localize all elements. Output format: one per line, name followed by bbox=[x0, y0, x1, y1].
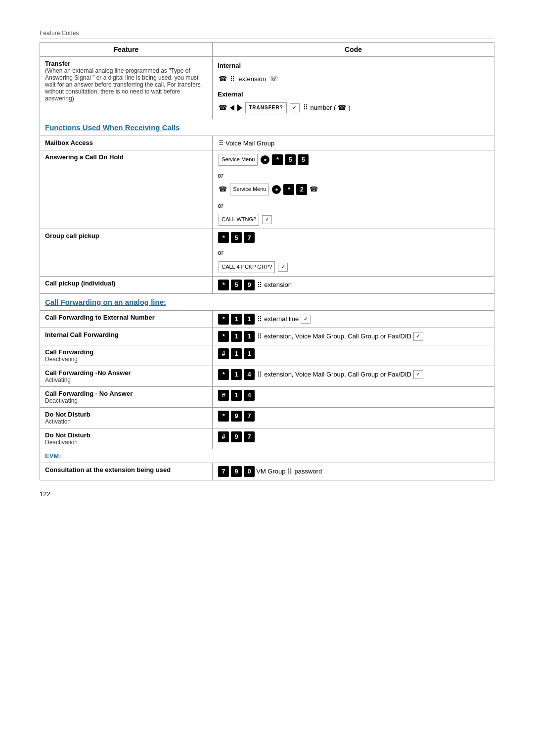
code-group-pickup: * 5 7 or CALL 4 PCKP GRP? ✓ bbox=[213, 229, 494, 276]
grid-icon2: ⠿ bbox=[303, 101, 308, 114]
phone-icon4: ☎ bbox=[219, 183, 227, 195]
key-1-1: 1 bbox=[231, 314, 242, 325]
transfer-box: TRANSFER? bbox=[245, 102, 287, 113]
key-1-7: 1 bbox=[231, 369, 242, 380]
phone-icon3: ☎ bbox=[338, 101, 346, 114]
feature-name: Internal Call Forwarding bbox=[45, 331, 207, 338]
section-header-row: Functions Used When Receiving Calls bbox=[40, 119, 494, 136]
feature-sub: Deactivation bbox=[45, 439, 207, 446]
code-evm-consultation: 7 9 0 VM Group ⠿ password bbox=[213, 463, 494, 480]
feature-detail: (When an external analog line programmed… bbox=[45, 67, 207, 102]
section-header-row-cf: Call Forwarding on an analog line: bbox=[40, 293, 494, 310]
grid-icon4: ⠿ bbox=[257, 281, 262, 289]
check-box3: ✓ bbox=[278, 263, 288, 272]
phone-icon: ☎ bbox=[219, 73, 227, 85]
feature-sub: Activating bbox=[45, 377, 207, 383]
key-1-8: 1 bbox=[231, 390, 242, 401]
key-star3: * bbox=[218, 232, 229, 243]
feature-name: Do Not Disturb bbox=[45, 431, 207, 439]
col-feature-header: Feature bbox=[40, 43, 213, 57]
table-row: Mailbox Access ⠿ Voice Mail Group bbox=[40, 136, 494, 150]
feature-name: Call Forwarding -No Answer bbox=[45, 369, 207, 377]
check-box2: ✓ bbox=[262, 215, 272, 224]
key-7-2: 7 bbox=[244, 411, 255, 422]
circle-icon1: ● bbox=[261, 155, 269, 164]
page-number: 122 bbox=[40, 490, 494, 498]
key-1-4: 1 bbox=[244, 331, 255, 342]
key-1-6: 1 bbox=[244, 348, 255, 359]
key-9: 9 bbox=[244, 280, 255, 290]
key-9-3: 9 bbox=[231, 466, 242, 477]
key-hash2: # bbox=[218, 390, 229, 401]
table-row: Transfer (When an external analog line p… bbox=[40, 57, 494, 119]
table-row: Call Forwarding - No Answer Deactivating… bbox=[40, 386, 494, 407]
table-row: Call Forwarding -No Answer Activating * … bbox=[40, 366, 494, 386]
check-box5: ✓ bbox=[413, 332, 423, 341]
section-header-cf: Call Forwarding on an analog line: bbox=[40, 293, 494, 310]
service-menu-box1: Service Menu bbox=[219, 154, 258, 166]
key-star7: * bbox=[218, 369, 229, 380]
code-cf-deactivate: # 1 1 bbox=[213, 345, 494, 366]
key-star8: * bbox=[218, 411, 229, 422]
code-transfer: Internal ☎ ⠿ extension ☏ External ☎ TRAN… bbox=[213, 57, 494, 119]
feature-codes-table: Feature Code Transfer (When an external … bbox=[40, 42, 494, 480]
grid-icon: ⠿ bbox=[230, 73, 235, 85]
key-5-2: 5 bbox=[298, 154, 309, 165]
triangle-right-icon bbox=[237, 104, 242, 111]
col-code-header: Code bbox=[213, 43, 494, 57]
page-header: Feature Codes bbox=[40, 30, 494, 39]
key-star5: * bbox=[218, 314, 229, 325]
check-box6: ✓ bbox=[413, 370, 423, 379]
table-row: Call pickup (individual) * 5 9 ⠿ extensi… bbox=[40, 276, 494, 293]
code-cf-no-answer-deactivate: # 1 4 bbox=[213, 386, 494, 407]
key-1-2: 1 bbox=[244, 314, 255, 325]
key-0: 0 bbox=[244, 466, 255, 477]
key-7: 7 bbox=[218, 466, 229, 477]
left-arrow-icon bbox=[230, 105, 234, 111]
grid-icon7: ⠿ bbox=[257, 371, 262, 378]
key-1-3: 1 bbox=[231, 331, 242, 342]
feature-name: Group call pickup bbox=[45, 232, 207, 239]
table-row: Call Forwarding Deactivating # 1 1 bbox=[40, 345, 494, 366]
feature-name: Call Forwarding bbox=[45, 348, 207, 356]
key-9-2: 9 bbox=[231, 431, 242, 442]
grid-icon6: ⠿ bbox=[257, 332, 262, 340]
key-9-1: 9 bbox=[231, 411, 242, 422]
key-4-1: 4 bbox=[244, 369, 255, 380]
key-star2: * bbox=[283, 184, 294, 195]
feature-sub: Deactivating bbox=[45, 356, 207, 363]
table-row: Do Not Disturb Activation * 9 7 bbox=[40, 407, 494, 428]
code-dnd-activate: * 9 7 bbox=[213, 407, 494, 428]
feature-name: Answering a Call On Hold bbox=[45, 153, 207, 161]
circle-icon2: ● bbox=[272, 185, 281, 194]
key-star6: * bbox=[218, 331, 229, 342]
feature-name: Call pickup (individual) bbox=[45, 280, 207, 287]
table-row: Answering a Call On Hold Service Menu ● … bbox=[40, 150, 494, 229]
feature-name: Call Forwarding to External Number bbox=[45, 314, 207, 321]
check-box4: ✓ bbox=[301, 315, 311, 324]
phone-hangup-icon: ☏ bbox=[269, 73, 278, 85]
table-row: Do Not Disturb Deactivation # 9 7 bbox=[40, 428, 494, 449]
code-pickup-individual: * 5 9 ⠿ extension bbox=[213, 276, 494, 293]
phone-icon5: ☎ bbox=[310, 183, 318, 195]
code-cf-internal: * 1 1 ⠿ extension, Voice Mail Group, Cal… bbox=[213, 328, 494, 345]
feature-name: Transfer bbox=[45, 60, 207, 67]
key-hash3: # bbox=[218, 431, 229, 442]
key-5-4: 5 bbox=[231, 280, 242, 290]
grid-icon5: ⠿ bbox=[257, 315, 262, 323]
phone-icon2: ☎ bbox=[219, 101, 227, 114]
code-dnd-deactivate: # 9 7 bbox=[213, 428, 494, 449]
feature-name: Mailbox Access bbox=[45, 139, 207, 146]
service-menu-box2: Service Menu bbox=[230, 184, 269, 195]
evm-header-row: EVM: bbox=[40, 449, 494, 463]
key-star4: * bbox=[218, 280, 229, 290]
feature-sub: Activation bbox=[45, 418, 207, 425]
table-row: Group call pickup * 5 7 or CALL 4 PCKP G… bbox=[40, 229, 494, 276]
table-row: Internal Call Forwarding * 1 1 ⠿ extensi… bbox=[40, 328, 494, 345]
key-5-1: 5 bbox=[285, 154, 296, 165]
key-7-1: 7 bbox=[244, 232, 255, 243]
feature-name: Call Forwarding - No Answer bbox=[45, 390, 207, 397]
call-4-pckp-box: CALL 4 PCKP GRP? bbox=[219, 261, 275, 273]
code-answering-hold: Service Menu ● * 5 5 or ☎ Service Menu ●… bbox=[213, 150, 494, 229]
key-4-2: 4 bbox=[244, 390, 255, 401]
